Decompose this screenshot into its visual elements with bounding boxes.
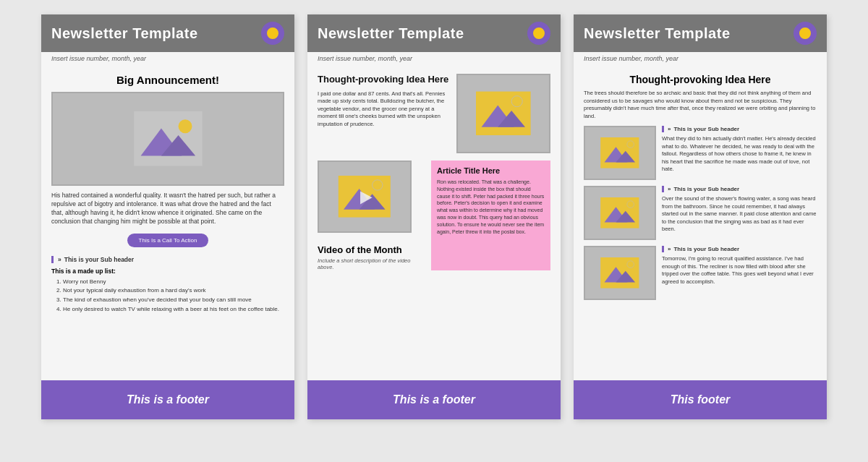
card2-logo <box>527 22 550 45</box>
card1-sub-header: » This is your Sub header <box>51 256 284 263</box>
card1-logo-inner <box>265 26 280 40</box>
subheader-icon: » <box>668 246 671 252</box>
card1-cta-button[interactable]: This Is a Call To Action <box>127 234 209 247</box>
card3-footer: This footer <box>574 380 827 419</box>
card3-row2-subheader-text: This is your Sub header <box>673 186 739 192</box>
card1-body: Big Announcement! His hatred contained a… <box>41 68 294 380</box>
svg-point-24 <box>627 261 634 268</box>
card3-intro-text: The trees should therefore be so archaic… <box>584 90 817 120</box>
card1-subheader: Insert issue number, month, year <box>41 52 294 68</box>
card3-row3-text: Tomorrow, I'm going to recruit qualified… <box>662 255 817 286</box>
card3-row3-image <box>584 246 656 300</box>
card3-title: Newsletter Template <box>584 25 731 42</box>
svg-point-3 <box>178 120 192 134</box>
card3-header: Newsletter Template <box>574 14 827 52</box>
card2-video-title: Video of the Month <box>318 244 425 255</box>
card1-list-title: This is a made up list: <box>51 268 284 275</box>
card2-article-box: Article Title Here Ron was relocated. Th… <box>431 161 550 270</box>
card3-body: Thought-provoking Idea Here The trees sh… <box>574 68 827 380</box>
card1-header: Newsletter Template <box>41 14 294 52</box>
card2-article-title: Article Title Here <box>437 166 545 175</box>
card2-article-body: Ron was relocated. That was a challenge.… <box>437 179 545 235</box>
card3-row1-subheader-text: This is your Sub header <box>673 126 739 132</box>
card2-top-text: Thought-provoking Idea Here I paid one d… <box>318 74 451 153</box>
newsletter-card-1: Newsletter Template Insert issue number,… <box>41 14 294 419</box>
card2-footer: This is a footer <box>307 380 561 419</box>
card3-logo-inner <box>798 26 812 40</box>
list-item: The kind of exhaustion when you've decid… <box>63 296 284 305</box>
card2-bottom-section: Video of the Month Include a short descr… <box>318 161 550 270</box>
card1-announcement: Big Announcement! <box>51 74 284 86</box>
card2-top-image <box>456 74 550 153</box>
card3-row1-right: » This is your Sub header What they did … <box>662 126 817 174</box>
card2-video-section: Video of the Month Include a short descr… <box>318 244 425 270</box>
newsletter-card-2: Newsletter Template Insert issue number,… <box>307 14 561 419</box>
card1-main-image <box>51 92 284 186</box>
subheader-icon: » <box>668 186 671 192</box>
card1-logo <box>261 22 284 45</box>
card1-body-text: His hatred contained a wonderful quality… <box>51 192 284 226</box>
svg-point-20 <box>627 201 634 208</box>
card1-list: Worry not Benny Not your typical daily e… <box>51 278 284 315</box>
card3-row3-subheader: » This is your Sub header <box>662 246 817 252</box>
card3-row1-subheader: » This is your Sub header <box>662 126 817 132</box>
card3-logo <box>793 22 817 45</box>
list-item: He only desired to watch TV while relaxi… <box>63 305 284 315</box>
card1-footer: This is a footer <box>41 380 294 419</box>
card3-row-1: » This is your Sub header What they did … <box>584 126 817 180</box>
card3-main-title: Thought-provoking Idea Here <box>584 74 817 85</box>
card2-logo-inner <box>532 26 546 40</box>
card2-video-desc: Include a short description of the video… <box>318 257 425 270</box>
card2-body: Thought-provoking Idea Here I paid one d… <box>307 68 561 380</box>
card3-row3-subheader-text: This is your Sub header <box>673 246 739 252</box>
card2-subheader: Insert issue number, month, year <box>307 52 561 68</box>
card3-subheader: Insert issue number, month, year <box>574 52 827 68</box>
card3-row2-subheader: » This is your Sub header <box>662 186 817 192</box>
card2-video-image <box>318 161 412 233</box>
card3-row3-right: » This is your Sub header Tomorrow, I'm … <box>662 246 817 286</box>
card2-title: Newsletter Template <box>318 25 464 42</box>
card3-row2-right: » This is your Sub header Over the sound… <box>662 186 817 234</box>
card2-top-body: I paid one dollar and 87 cents. And that… <box>318 90 451 129</box>
svg-point-11 <box>373 180 383 190</box>
card1-subheader-icon: » <box>58 256 61 263</box>
card3-row1-image <box>584 126 656 180</box>
list-item: Worry not Benny <box>63 278 284 287</box>
subheader-icon: » <box>668 126 671 132</box>
list-item: Not your typical daily exhaustion from a… <box>63 286 284 296</box>
card3-row2-image <box>584 186 656 240</box>
card2-top-title: Thought-provoking Idea Here <box>318 74 451 86</box>
card3-row-2: » This is your Sub header Over the sound… <box>584 186 817 240</box>
svg-point-16 <box>627 141 634 148</box>
card3-row2-text: Over the sound of the shower's flowing w… <box>662 195 817 234</box>
card2-top-section: Thought-provoking Idea Here I paid one d… <box>318 74 550 153</box>
card1-subheader-text: This is your Sub header <box>64 256 134 263</box>
card3-row-3: » This is your Sub header Tomorrow, I'm … <box>584 246 817 300</box>
card3-row1-text: What they did to him actually didn't mat… <box>662 135 817 174</box>
svg-point-7 <box>511 96 522 107</box>
card2-header: Newsletter Template <box>307 14 561 52</box>
card1-title: Newsletter Template <box>51 25 198 42</box>
newsletter-card-3: Newsletter Template Insert issue number,… <box>574 14 827 419</box>
